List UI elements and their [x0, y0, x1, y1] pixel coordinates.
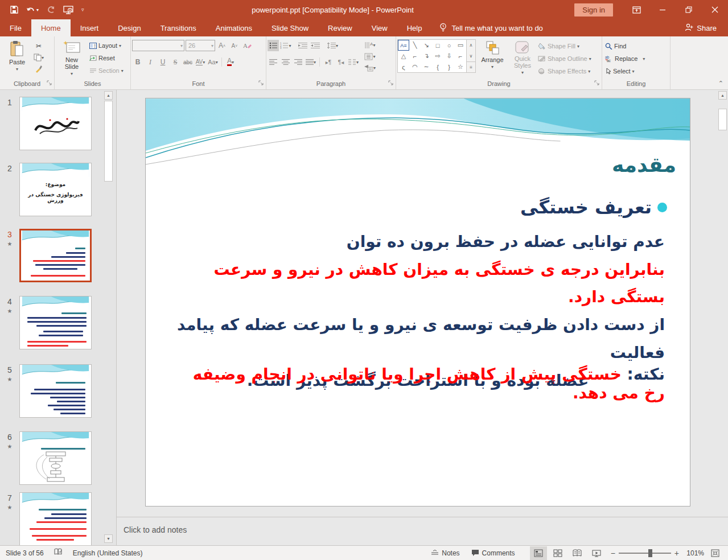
justify-button[interactable]: ▾ — [305, 56, 316, 68]
thumbnail-slide-5[interactable]: 5★ — [0, 364, 92, 418]
fit-slide-to-window-icon[interactable] — [706, 546, 723, 560]
tab-home[interactable]: Home — [31, 19, 71, 36]
slideshow-view-button[interactable] — [588, 546, 605, 560]
minimize-button[interactable] — [649, 0, 676, 19]
ribbon-display-options-icon[interactable] — [623, 0, 649, 19]
reading-view-button[interactable] — [569, 546, 586, 560]
find-button[interactable]: Find — [603, 40, 647, 52]
copy-icon[interactable]: ▾ — [33, 52, 44, 63]
text-direction-button[interactable]: A▾ — [364, 39, 376, 51]
shrink-font-icon[interactable]: A˅ — [229, 40, 240, 51]
slide-counter[interactable]: Slide 3 of 56 — [6, 549, 44, 557]
line-shape-icon[interactable]: ╲ — [409, 40, 421, 51]
drawing-dialog-launcher[interactable] — [594, 80, 600, 88]
increase-indent-button[interactable] — [310, 40, 321, 51]
slide-sorter-view-button[interactable] — [549, 546, 566, 560]
save-icon[interactable] — [10, 6, 18, 14]
paragraph-dialog-launcher[interactable] — [388, 80, 394, 88]
scrollbar-thumb[interactable] — [104, 101, 113, 182]
zoom-slider-thumb[interactable] — [648, 549, 652, 557]
restore-button[interactable] — [676, 0, 702, 19]
convert-smartart-button[interactable]: ▾ — [364, 62, 376, 73]
collapse-ribbon-icon[interactable]: ⌃ — [718, 80, 723, 87]
gallery-up-icon[interactable]: ∧ — [467, 40, 475, 51]
arrange-button[interactable]: Arrange▾ — [476, 38, 509, 69]
gallery-more-icon[interactable]: ≡ — [467, 61, 475, 72]
clear-formatting-icon[interactable]: A — [241, 40, 253, 51]
tab-slide-show[interactable]: Slide Show — [262, 19, 318, 36]
customize-qat-icon[interactable]: ▿ — [81, 7, 84, 13]
arrow-shape-icon[interactable]: ↘ — [421, 40, 432, 51]
clipboard-dialog-launcher[interactable] — [47, 80, 52, 88]
left-brace-shape-icon[interactable]: { — [432, 61, 443, 72]
font-name-combo[interactable]: ▾ — [132, 40, 184, 51]
columns-button[interactable]: ▾ — [348, 56, 359, 68]
decrease-indent-button[interactable] — [297, 40, 309, 51]
slide-title[interactable]: مقدمه — [612, 153, 676, 176]
format-painter-icon[interactable] — [33, 63, 44, 75]
shadow-button[interactable]: S — [170, 56, 181, 68]
thumbnail-slide-4[interactable]: 4★ — [0, 296, 92, 349]
numbering-button[interactable]: 123▾ — [280, 40, 291, 51]
underline-button[interactable]: U — [157, 56, 168, 68]
scroll-up-icon[interactable]: ▲ — [718, 91, 727, 100]
tab-design[interactable]: Design — [108, 19, 150, 36]
thumbnail-slide-6[interactable]: 6★ — [0, 431, 92, 485]
font-dialog-launcher[interactable] — [258, 80, 264, 88]
thumbnail-slide-1[interactable]: 1 — [0, 97, 92, 150]
notes-pane[interactable]: Click to add notes — [117, 517, 728, 545]
change-case-button[interactable]: Aa▾ — [207, 56, 219, 68]
elbow-shape-icon[interactable]: ⌐ — [409, 51, 421, 61]
undo-icon[interactable]: ▾ — [26, 6, 39, 14]
bullets-button[interactable] — [268, 40, 279, 51]
tab-transitions[interactable]: Transitions — [151, 19, 206, 36]
textbox-shape-icon[interactable]: A≡ — [398, 40, 409, 51]
right-arrow-shape-icon[interactable]: ⇨ — [432, 51, 443, 61]
curve-shape-icon[interactable]: ∼ — [421, 61, 432, 72]
share-button[interactable]: Share — [673, 19, 728, 36]
corner-shape-icon[interactable]: ⌐ — [455, 51, 466, 61]
align-right-button[interactable] — [293, 56, 304, 68]
layout-button[interactable]: Layout▾ — [88, 39, 125, 52]
oval-shape-icon[interactable]: ○ — [443, 40, 455, 51]
scribble-shape-icon[interactable]: ς — [398, 61, 409, 72]
thumbnail-slide-3-selected[interactable]: 3★ — [0, 229, 92, 282]
thumbnail-slide-2[interactable]: 2 موضوع: فیزیولوژی خستگی در ورزش — [0, 163, 92, 216]
new-slide-button[interactable]: New Slide▾ — [56, 38, 88, 76]
scroll-up-icon[interactable]: ▲ — [104, 91, 113, 100]
slide-note-line[interactable]: نکته: خستگی پیش از کاهش اجرا ویا ناتوانی… — [171, 365, 665, 402]
tab-review[interactable]: Review — [318, 19, 362, 36]
font-color-button[interactable]: A▾ — [225, 56, 236, 68]
tab-view[interactable]: View — [362, 19, 397, 36]
sign-in-button[interactable]: Sign in — [574, 3, 613, 17]
replace-button[interactable]: abacReplace▾ — [603, 52, 647, 65]
select-button[interactable]: Select▾ — [603, 65, 647, 77]
zoom-in-icon[interactable]: + — [674, 549, 679, 558]
notes-toggle[interactable]: Notes — [426, 546, 464, 560]
zoom-slider[interactable] — [619, 553, 671, 554]
tab-help[interactable]: Help — [397, 19, 432, 36]
align-text-button[interactable]: ▾ — [364, 51, 376, 62]
ltr-direction-button[interactable]: ▸¶ — [323, 56, 334, 68]
zoom-percentage[interactable]: 101% — [685, 549, 704, 557]
line-spacing-button[interactable]: ▾ — [327, 40, 338, 51]
rounded-rect-shape-icon[interactable]: ▭ — [455, 40, 466, 51]
thumbnail-slide-7[interactable]: 7★ — [0, 492, 92, 545]
tab-insert[interactable]: Insert — [71, 19, 109, 36]
align-left-button[interactable] — [268, 56, 279, 68]
down-arrow-shape-icon[interactable]: ⇩ — [443, 51, 455, 61]
elbow-arrow-shape-icon[interactable]: ↴ — [421, 51, 432, 61]
normal-view-button[interactable] — [530, 546, 547, 560]
star-shape-icon[interactable]: ☆ — [455, 61, 466, 72]
rectangle-shape-icon[interactable]: □ — [432, 40, 443, 51]
rtl-direction-button[interactable]: ¶◂ — [335, 56, 347, 68]
comments-toggle[interactable]: Comments — [467, 546, 520, 560]
paste-button[interactable]: Paste▾ — [1, 38, 33, 72]
slide-canvas[interactable]: مقدمه تعریف خستگی عدم توانایی عضله در حف… — [145, 98, 690, 507]
scroll-down-icon[interactable]: ▼ — [104, 534, 113, 543]
close-button[interactable] — [702, 0, 728, 19]
language-indicator[interactable]: English (United States) — [73, 549, 143, 557]
triangle-shape-icon[interactable]: △ — [398, 51, 409, 61]
zoom-out-icon[interactable]: − — [611, 549, 615, 558]
tell-me-box[interactable]: Tell me what you want to do — [431, 19, 550, 36]
